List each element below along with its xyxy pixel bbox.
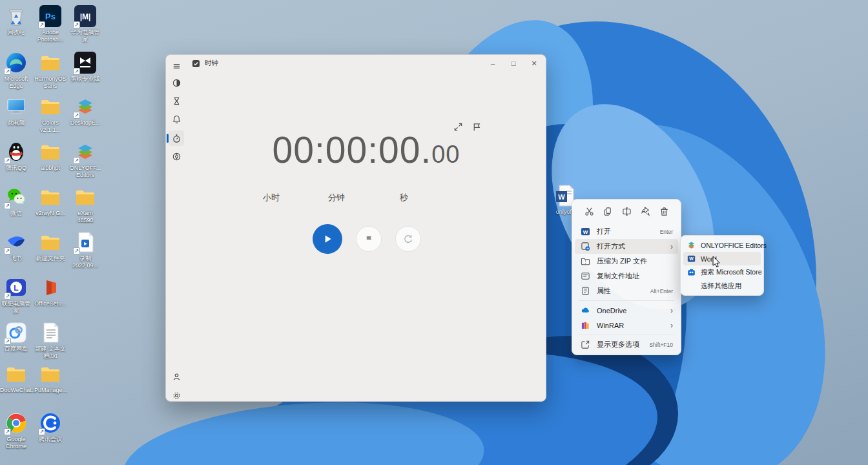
focus-sessions-icon[interactable]	[169, 75, 184, 90]
clock-app-icon	[192, 59, 200, 67]
onlyoffice-icon	[687, 241, 696, 249]
desktop-icon-new-folder[interactable]: 新建文件夹	[34, 231, 67, 262]
desktop-icon-feishu[interactable]: ↗ 飞书	[0, 231, 32, 262]
desktop-icon-capcut[interactable]: ↗ 剪映专业版	[69, 52, 101, 83]
office-icon	[39, 276, 61, 298]
maximize-button[interactable]: □	[503, 55, 524, 72]
lap-button[interactable]	[356, 226, 382, 252]
desktop-icon-text-file[interactable]: 新建 文本文 档.txt	[34, 322, 67, 360]
account-icon[interactable]	[169, 369, 184, 384]
desktop-icon-this-pc[interactable]: 此电脑	[0, 96, 32, 127]
svg-text:L: L	[14, 284, 18, 293]
clock-titlebar[interactable]: 时钟 – □ ✕	[166, 55, 546, 72]
desktop-icon-harmonyos-sans[interactable]: HarmonyOS Sans	[34, 52, 67, 90]
desktop-icon-albbhpt-folder[interactable]: albbhpt	[34, 141, 67, 172]
desktop-icon-edge[interactable]: ↗ Microsoft Edge	[0, 52, 32, 90]
minutes-label: 分钟	[328, 192, 345, 203]
desktop-icon-desktop-editors[interactable]: ↗ DesktopE...	[69, 96, 101, 127]
word-icon: W	[581, 227, 590, 236]
onlyoffice-layers-icon: ↗	[74, 141, 96, 163]
onedrive-icon	[581, 305, 590, 315]
copy-icon[interactable]	[600, 205, 615, 220]
menu-separator	[579, 335, 674, 335]
world-clock-icon[interactable]	[169, 149, 184, 164]
stopwatch-icon[interactable]	[169, 130, 184, 146]
timer-icon[interactable]	[169, 93, 184, 108]
desktop-icon-lenovo-manager[interactable]: L↗ 联想电脑管家	[0, 276, 32, 315]
delete-icon[interactable]	[656, 205, 672, 220]
desktop-icon-office-setup[interactable]: OfficeSetu...	[34, 276, 67, 307]
desktop-icon-tencent-meeting[interactable]: ↗ 腾讯会议	[34, 412, 67, 443]
desktop-icon-onlyoffice-editors[interactable]: ↗ ONLYOFF... Editors	[69, 141, 101, 179]
submenu-item-choose-another-app[interactable]: 选择其他应用	[683, 279, 761, 293]
shortcut-arrow-icon: ↗	[38, 428, 45, 435]
desktop-icon-qq[interactable]: ↗ 腾讯QQ	[0, 141, 32, 172]
desktop-icon-pdmanage-folder[interactable]: PdManage...	[34, 363, 67, 394]
minimize-button[interactable]: –	[482, 55, 503, 72]
svg-text:|M|: |M|	[80, 12, 91, 21]
menu-item-open-with[interactable]: 打开方式 ›	[575, 239, 678, 254]
copy-path-icon	[581, 271, 590, 281]
submenu-item-word[interactable]: W Word	[683, 252, 761, 265]
video-file-icon: ↗	[74, 231, 96, 253]
reset-button[interactable]	[395, 226, 421, 252]
cut-icon[interactable]	[581, 205, 597, 220]
shortcut-arrow-icon: ↗	[73, 157, 80, 164]
word-icon: W	[687, 254, 696, 263]
menu-separator	[579, 300, 674, 301]
menu-item-copy-path[interactable]: 复制文件地址	[575, 269, 678, 284]
onlyoffice-layers-icon: ↗	[74, 96, 96, 118]
folder-icon	[39, 141, 61, 163]
desktop-icon-v2rayn-folder[interactable]: v2rayN G...	[34, 186, 67, 217]
text-file-icon	[39, 322, 61, 344]
pc-manager-icon: |M|↗	[74, 5, 96, 27]
tencent-meeting-icon: ↗	[39, 412, 61, 434]
submenu-item-onlyoffice[interactable]: ONLYOFFICE Editors	[683, 238, 761, 252]
shortcut-arrow-icon: ↗	[73, 112, 80, 119]
start-button[interactable]	[313, 224, 342, 254]
this-pc-icon	[5, 96, 27, 118]
shortcut-arrow-icon: ↗	[38, 21, 45, 28]
edge-icon: ↗	[5, 52, 27, 74]
recycle-bin-icon	[5, 5, 27, 27]
menu-item-show-more-options[interactable]: 显示更多选项 Shift+F10	[575, 337, 678, 352]
close-button[interactable]: ✕	[524, 55, 544, 72]
shortcut-arrow-icon: ↗	[73, 21, 80, 28]
shortcut-arrow-icon: ↗	[73, 247, 80, 254]
desktop-icon-chrome[interactable]: ↗ Google Chrome	[0, 412, 32, 450]
baidu-netdisk-icon: ↗	[5, 322, 27, 344]
folder-icon	[74, 186, 96, 208]
menu-item-onedrive[interactable]: OneDrive ›	[575, 303, 678, 318]
menu-button[interactable]	[169, 58, 184, 74]
svg-text:W: W	[689, 256, 694, 261]
desktop-icon-recycle-bin[interactable]: 回收站	[0, 5, 32, 36]
alarm-icon[interactable]	[169, 111, 184, 127]
shortcut-arrow-icon: ↗	[4, 68, 11, 75]
share-icon[interactable]	[637, 205, 653, 220]
chevron-right-icon: ›	[666, 242, 673, 251]
capcut-icon: ↗	[74, 52, 96, 74]
svg-text:Ps: Ps	[45, 12, 56, 21]
desktop-icon-baidu-netdisk[interactable]: ↗ 百度网盘	[0, 322, 32, 353]
menu-item-compress-zip[interactable]: 压缩为 ZIP 文件	[575, 254, 678, 269]
time-unit-labels: 小时 分钟 秒	[187, 192, 547, 202]
shortcut-arrow-icon: ↗	[4, 338, 11, 345]
menu-item-winrar[interactable]: WinRAR ›	[575, 318, 678, 333]
menu-item-properties[interactable]: 属性 Alt+Enter	[575, 284, 678, 298]
desktop-icon-wechat[interactable]: ↗ 微信	[0, 186, 32, 217]
rename-icon[interactable]	[619, 205, 634, 220]
desktop-icon-recording-video[interactable]: ↗ 录制 2022 09...	[69, 231, 101, 269]
desktop-icon-colors-folder[interactable]: Colors v2.1.1...	[34, 96, 67, 134]
desktop-icon-pc-manager[interactable]: |M|↗ 华为电脑管家	[69, 5, 101, 43]
folder-icon	[39, 186, 61, 208]
desktop[interactable]: { "colors": { "accent_blue": "#1a6bc7", …	[0, 0, 868, 465]
desktop-icon-douwechat-folder[interactable]: DouWeChat...	[0, 363, 32, 394]
quick-actions-row	[575, 202, 678, 224]
desktop-icon-exam-folder[interactable]: eXam 48590	[69, 186, 101, 224]
chrome-icon: ↗	[5, 412, 27, 434]
window-title: 时钟	[205, 59, 218, 68]
desktop-icon-photoshop[interactable]: Ps↗ Adobe Photosh...	[34, 5, 67, 43]
menu-item-open[interactable]: W 打开 Enter	[575, 224, 678, 239]
submenu-item-search-store[interactable]: 搜索 Microsoft Store	[683, 265, 761, 279]
settings-icon[interactable]	[169, 388, 184, 403]
